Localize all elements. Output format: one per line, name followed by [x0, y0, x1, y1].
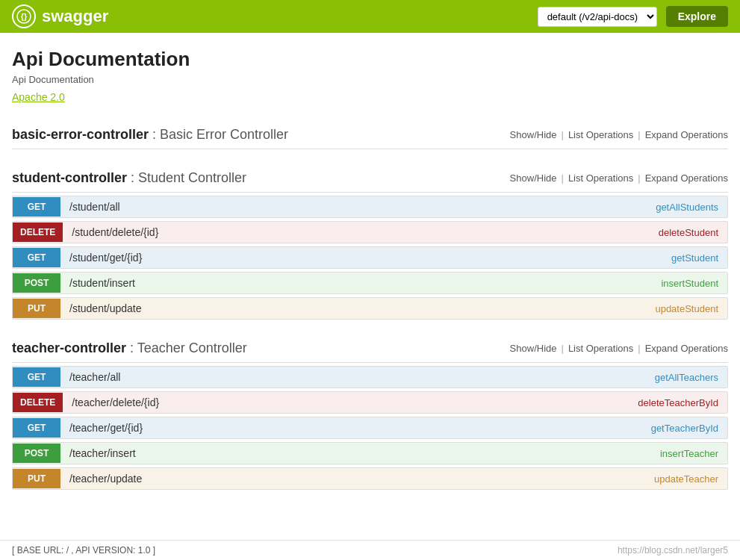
controller-title-student-controller: student-controller : Student Controller — [12, 170, 246, 186]
method-badge-delete-1-1: DELETE — [13, 223, 63, 242]
op-path-2-3: /teacher/insert — [60, 443, 651, 464]
table-row[interactable]: DELETE/teacher/delete/{id}deleteTeacherB… — [12, 391, 728, 414]
op-name-1-4: updateStudent — [646, 299, 727, 319]
api-docs-select[interactable]: default (/v2/api-docs) — [538, 7, 657, 27]
method-badge-get-1-0: GET — [13, 197, 60, 217]
op-name-1-1: deleteStudent — [650, 223, 727, 243]
table-row[interactable]: POST/student/insertinsertStudent — [12, 272, 728, 294]
op-name-2-2: getTeacherById — [642, 418, 727, 438]
show-hide-link-student-controller[interactable]: Show/Hide — [510, 172, 557, 184]
method-badge-put-2-4: PUT — [13, 469, 60, 488]
logo-text: swagger — [42, 7, 108, 26]
controller-section-teacher-controller: teacher-controller : Teacher Controller … — [12, 335, 728, 490]
controller-header-teacher-controller: teacher-controller : Teacher Controller … — [12, 335, 728, 363]
op-name-2-0: getAllTeachers — [646, 367, 727, 388]
op-path-1-4: /student/update — [60, 298, 646, 319]
table-row[interactable]: PUT/student/updateupdateStudent — [12, 297, 728, 320]
controller-title-basic-error-controller: basic-error-controller : Basic Error Con… — [12, 127, 288, 143]
table-row[interactable]: PUT/teacher/updateupdateTeacher — [12, 467, 728, 490]
op-path-2-4: /teacher/update — [60, 468, 645, 489]
table-row[interactable]: GET/teacher/allgetAllTeachers — [12, 366, 728, 388]
show-hide-link-basic-error-controller[interactable]: Show/Hide — [510, 129, 557, 140]
method-badge-get-2-0: GET — [13, 367, 60, 387]
swagger-icon: {} — [12, 4, 36, 28]
controller-header-student-controller: student-controller : Student Controller … — [12, 164, 728, 193]
page-subtitle: Api Documentation — [12, 74, 728, 85]
explore-button[interactable]: Explore — [666, 6, 728, 27]
controller-title-teacher-controller: teacher-controller : Teacher Controller — [12, 340, 247, 356]
op-path-1-3: /student/insert — [60, 273, 652, 293]
table-row[interactable]: GET/teacher/get/{id}getTeacherById — [12, 417, 728, 439]
table-row[interactable]: GET/student/allgetAllStudents — [12, 196, 728, 218]
op-path-2-0: /teacher/all — [60, 367, 646, 388]
expand-ops-link-student-controller[interactable]: Expand Operations — [645, 172, 728, 184]
table-row[interactable]: POST/teacher/insertinsertTeacher — [12, 442, 728, 464]
list-ops-link-student-controller[interactable]: List Operations — [568, 172, 633, 184]
show-hide-link-teacher-controller[interactable]: Show/Hide — [510, 343, 557, 354]
method-badge-get-2-2: GET — [13, 418, 60, 438]
expand-ops-link-teacher-controller[interactable]: Expand Operations — [645, 343, 728, 354]
method-badge-get-1-2: GET — [13, 248, 60, 267]
controller-actions-student-controller: Show/Hide | List Operations | Expand Ope… — [510, 172, 728, 184]
page-title: Api Documentation — [12, 48, 728, 71]
method-badge-post-1-3: POST — [13, 273, 60, 293]
controllers-container: basic-error-controller : Basic Error Con… — [12, 121, 728, 490]
op-name-1-0: getAllStudents — [647, 197, 727, 217]
table-row[interactable]: DELETE/student/delete/{id}deleteStudent — [12, 221, 728, 243]
list-ops-link-basic-error-controller[interactable]: List Operations — [568, 129, 633, 140]
op-path-1-1: /student/delete/{id} — [63, 222, 649, 243]
op-name-2-1: deleteTeacherById — [629, 393, 727, 413]
controller-section-basic-error-controller: basic-error-controller : Basic Error Con… — [12, 121, 728, 149]
list-ops-link-teacher-controller[interactable]: List Operations — [568, 343, 633, 354]
method-badge-put-1-4: PUT — [13, 299, 60, 318]
expand-ops-link-basic-error-controller[interactable]: Expand Operations — [645, 129, 728, 140]
controller-section-student-controller: student-controller : Student Controller … — [12, 164, 728, 320]
svg-text:{}: {} — [21, 12, 28, 21]
method-badge-post-2-3: POST — [13, 444, 60, 463]
apache-link[interactable]: Apache 2.0 — [12, 91, 65, 103]
controller-header-basic-error-controller: basic-error-controller : Basic Error Con… — [12, 121, 728, 149]
op-path-2-2: /teacher/get/{id} — [60, 417, 642, 438]
op-path-2-1: /teacher/delete/{id} — [63, 392, 629, 413]
header: {} swagger default (/v2/api-docs) Explor… — [0, 0, 740, 33]
method-badge-delete-2-1: DELETE — [13, 393, 63, 412]
op-name-1-3: insertStudent — [652, 273, 727, 293]
controller-actions-basic-error-controller: Show/Hide | List Operations | Expand Ope… — [510, 129, 728, 140]
op-name-2-3: insertTeacher — [651, 444, 727, 464]
logo: {} swagger — [12, 4, 108, 28]
table-row[interactable]: GET/student/get/{id}getStudent — [12, 246, 728, 269]
main-content: Api Documentation Api Documentation Apac… — [0, 33, 740, 535]
header-controls: default (/v2/api-docs) Explore — [538, 6, 728, 27]
op-name-2-4: updateTeacher — [645, 469, 727, 489]
op-path-1-0: /student/all — [60, 196, 647, 217]
op-name-1-2: getStudent — [662, 248, 727, 268]
controller-actions-teacher-controller: Show/Hide | List Operations | Expand Ope… — [510, 343, 728, 354]
op-path-1-2: /student/get/{id} — [60, 247, 662, 268]
